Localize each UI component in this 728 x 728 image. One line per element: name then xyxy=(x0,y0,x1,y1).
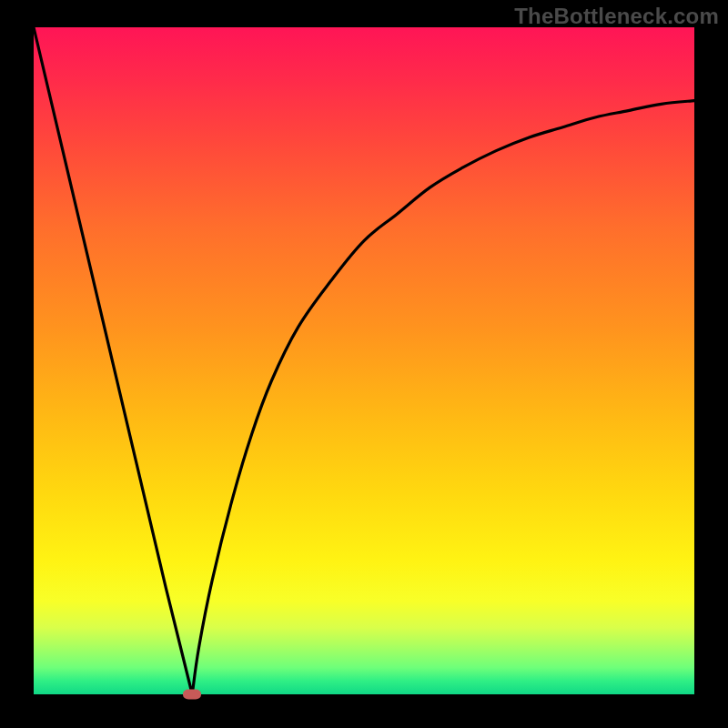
chart-frame: TheBottleneck.com xyxy=(0,0,728,728)
bottleneck-curve xyxy=(34,27,694,694)
plot-area xyxy=(34,27,694,694)
watermark-label: TheBottleneck.com xyxy=(514,4,719,29)
optimum-marker xyxy=(183,690,201,700)
